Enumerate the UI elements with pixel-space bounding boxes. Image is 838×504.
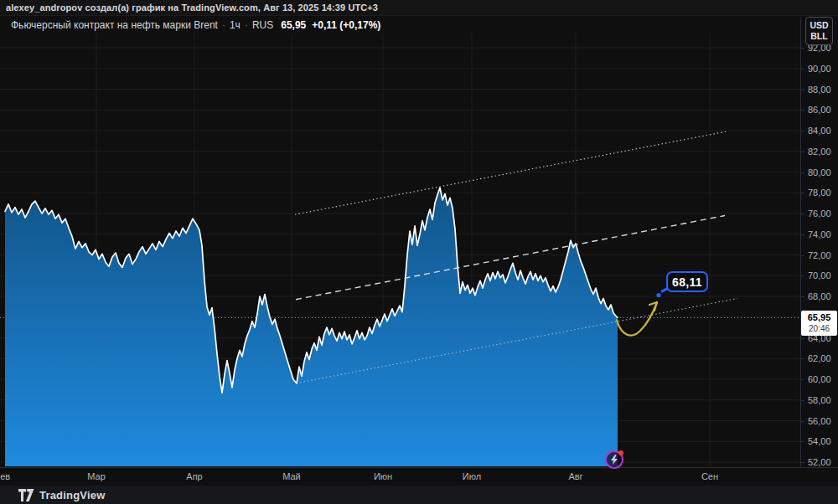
unit-measure: BLL — [810, 31, 827, 42]
price-tick-label: 76,00 — [808, 208, 831, 219]
series-area-fill — [5, 188, 618, 466]
projection-arrow[interactable] — [617, 302, 657, 336]
bar-countdown: 20:46 — [809, 323, 830, 334]
time-tick-label-Май: Май — [282, 471, 301, 481]
time-tick-label-Фев: Фев — [0, 471, 10, 481]
price-tick-label: 62,00 — [808, 353, 831, 363]
price-tick-label: 80,00 — [808, 167, 831, 177]
price-axis[interactable]: 92,0090,0088,0086,0084,0082,0080,0078,00… — [800, 17, 838, 486]
time-tick-label-Июл: Июл — [463, 471, 481, 481]
time-axis[interactable]: ФевМарАпрМайИюнИюлАвгСен — [0, 467, 838, 486]
price-tick-label: 54,00 — [808, 436, 831, 446]
tradingview-logo[interactable]: TradingView — [18, 489, 106, 501]
price-tick-label: 82,00 — [808, 147, 831, 157]
attribution-bar: alexey_andropov создал(а) график на Trad… — [0, 0, 838, 16]
price-tick-label: 88,00 — [808, 85, 831, 95]
live-streams-icon[interactable] — [605, 450, 623, 469]
time-tick-label-Апр: Апр — [186, 471, 202, 481]
attribution-text: alexey_andropov создал(а) график на Trad… — [6, 3, 378, 13]
price-tick-label: 74,00 — [808, 229, 831, 239]
last-price-label: 65,95 20:46 — [801, 311, 837, 336]
tradingview-logo-text: TradingView — [39, 489, 106, 501]
currency-unit-selector[interactable]: USD BLL — [805, 17, 833, 45]
legend-separator: · — [222, 19, 225, 31]
price-tick-label: 84,00 — [808, 126, 831, 136]
price-chart-surface[interactable] — [0, 0, 838, 504]
price-tick-label: 68,00 — [808, 291, 831, 301]
price-tick-label: 86,00 — [808, 105, 831, 115]
time-tick-label-Мар: Мар — [87, 471, 106, 481]
tradingview-snapshot: alexey_andropov создал(а) график на Trad… — [0, 0, 838, 504]
footer-bar: TradingView — [0, 486, 838, 504]
price-tick-label: 72,00 — [808, 250, 831, 260]
tradingview-logo-icon — [18, 489, 34, 501]
symbol-exchange: RUS — [252, 19, 273, 31]
legend-separator: · — [245, 19, 248, 31]
price-tick-label: 56,00 — [808, 416, 831, 426]
upper-dotted-channel[interactable] — [295, 131, 726, 214]
symbol-legend: Фьючерсный контракт на нефть марки Brent… — [11, 18, 380, 31]
symbol-interval: 1ч — [230, 19, 241, 31]
unit-currency: USD — [810, 20, 828, 31]
price-tick-label: 60,00 — [808, 374, 831, 384]
last-price-value: 65,95 — [808, 312, 831, 323]
price-tick-label: 90,00 — [808, 64, 831, 74]
price-target-callout[interactable]: 68,11 — [666, 271, 708, 292]
legend-change: +0,11 (+0,17%) — [312, 19, 380, 31]
time-tick-label-Июн: Июн — [374, 471, 392, 481]
price-tick-label: 78,00 — [808, 188, 831, 198]
time-tick-label-Авг: Авг — [568, 471, 582, 481]
price-target-value: 68,11 — [672, 275, 702, 289]
lightning-bolt-icon — [608, 454, 620, 465]
price-tick-label: 58,00 — [808, 395, 831, 405]
time-tick-label-Сен: Сен — [701, 471, 718, 481]
callout-anchor-dot — [656, 293, 660, 297]
symbol-title: Фьючерсный контракт на нефть марки Brent — [11, 19, 218, 31]
price-tick-label: 52,00 — [808, 457, 831, 467]
legend-last-price: 65,95 — [281, 19, 306, 31]
price-tick-label: 70,00 — [808, 270, 831, 280]
